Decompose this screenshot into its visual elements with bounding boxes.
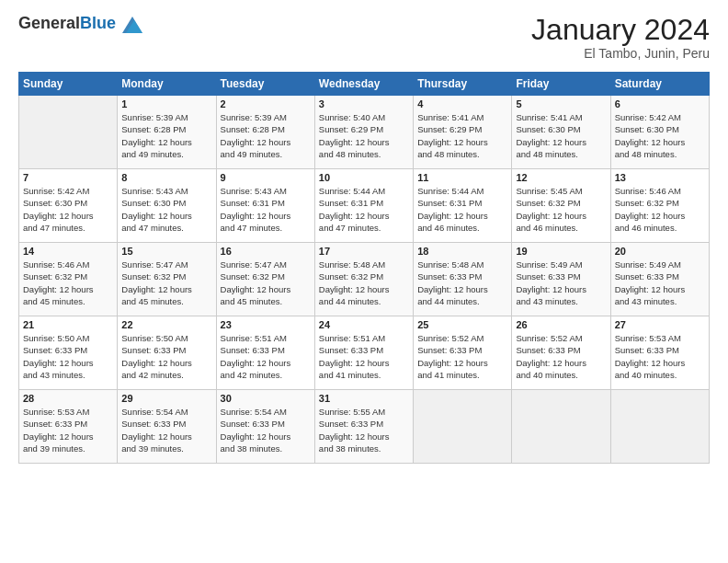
day-info: Sunrise: 5:55 AM Sunset: 6:33 PM Dayligh… [319, 406, 409, 454]
day-info: Sunrise: 5:41 AM Sunset: 6:30 PM Dayligh… [516, 111, 606, 160]
col-monday: Monday [118, 73, 216, 96]
day-info: Sunrise: 5:40 AM Sunset: 6:29 PM Dayligh… [319, 111, 409, 160]
day-cell: 13Sunrise: 5:46 AM Sunset: 6:32 PM Dayli… [610, 169, 709, 243]
day-cell: 25Sunrise: 5:52 AM Sunset: 6:33 PM Dayli… [414, 316, 512, 390]
day-number: 22 [121, 319, 211, 330]
day-cell: 31Sunrise: 5:55 AM Sunset: 6:33 PM Dayli… [314, 390, 413, 464]
day-cell [19, 96, 118, 169]
day-cell: 3Sunrise: 5:40 AM Sunset: 6:29 PM Daylig… [314, 96, 413, 169]
day-number: 17 [319, 246, 409, 257]
day-number: 24 [319, 319, 409, 330]
header-row: Sunday Monday Tuesday Wednesday Thursday… [19, 73, 710, 96]
day-info: Sunrise: 5:51 AM Sunset: 6:33 PM Dayligh… [221, 332, 311, 381]
day-number: 23 [221, 319, 311, 330]
header: GeneralBlue January 2024 El Tambo, Junin… [18, 14, 710, 61]
day-number: 28 [23, 393, 113, 404]
col-friday: Friday [512, 73, 610, 96]
day-number: 27 [615, 319, 705, 330]
day-info: Sunrise: 5:43 AM Sunset: 6:30 PM Dayligh… [121, 185, 211, 234]
day-info: Sunrise: 5:54 AM Sunset: 6:33 PM Dayligh… [121, 406, 211, 454]
day-info: Sunrise: 5:48 AM Sunset: 6:32 PM Dayligh… [319, 259, 409, 307]
logo: GeneralBlue [18, 14, 142, 33]
day-info: Sunrise: 5:42 AM Sunset: 6:30 PM Dayligh… [23, 185, 113, 234]
day-cell [414, 390, 512, 464]
day-cell: 23Sunrise: 5:51 AM Sunset: 6:33 PM Dayli… [216, 316, 314, 390]
week-row-1: 1Sunrise: 5:39 AM Sunset: 6:28 PM Daylig… [19, 96, 710, 169]
day-cell: 4Sunrise: 5:41 AM Sunset: 6:29 PM Daylig… [414, 96, 512, 169]
day-info: Sunrise: 5:48 AM Sunset: 6:33 PM Dayligh… [417, 259, 507, 307]
day-info: Sunrise: 5:47 AM Sunset: 6:32 PM Dayligh… [121, 259, 211, 307]
day-info: Sunrise: 5:41 AM Sunset: 6:29 PM Dayligh… [417, 111, 507, 160]
day-number: 31 [319, 393, 409, 404]
title-block: January 2024 El Tambo, Junin, Peru [531, 14, 710, 61]
day-info: Sunrise: 5:45 AM Sunset: 6:32 PM Dayligh… [516, 185, 606, 234]
day-number: 18 [417, 246, 507, 257]
day-number: 9 [221, 172, 311, 183]
col-wednesday: Wednesday [314, 73, 413, 96]
day-number: 6 [615, 98, 705, 109]
day-cell: 21Sunrise: 5:50 AM Sunset: 6:33 PM Dayli… [19, 316, 118, 390]
day-info: Sunrise: 5:47 AM Sunset: 6:32 PM Dayligh… [221, 259, 311, 307]
day-number: 10 [319, 172, 409, 183]
day-cell: 14Sunrise: 5:46 AM Sunset: 6:32 PM Dayli… [19, 243, 118, 316]
day-cell: 19Sunrise: 5:49 AM Sunset: 6:33 PM Dayli… [512, 243, 610, 316]
day-number: 16 [221, 246, 311, 257]
col-sunday: Sunday [19, 73, 118, 96]
week-row-5: 28Sunrise: 5:53 AM Sunset: 6:33 PM Dayli… [19, 390, 710, 464]
day-info: Sunrise: 5:46 AM Sunset: 6:32 PM Dayligh… [23, 259, 113, 307]
day-cell: 5Sunrise: 5:41 AM Sunset: 6:30 PM Daylig… [512, 96, 610, 169]
logo-general: General [18, 14, 80, 32]
day-cell: 26Sunrise: 5:52 AM Sunset: 6:33 PM Dayli… [512, 316, 610, 390]
day-info: Sunrise: 5:39 AM Sunset: 6:28 PM Dayligh… [221, 111, 311, 160]
day-cell [610, 390, 709, 464]
day-number: 15 [121, 246, 211, 257]
day-info: Sunrise: 5:51 AM Sunset: 6:33 PM Dayligh… [319, 332, 409, 381]
day-info: Sunrise: 5:50 AM Sunset: 6:33 PM Dayligh… [23, 332, 113, 381]
day-number: 13 [615, 172, 705, 183]
location: El Tambo, Junin, Peru [531, 46, 710, 61]
day-number: 20 [615, 246, 705, 257]
day-info: Sunrise: 5:46 AM Sunset: 6:32 PM Dayligh… [615, 185, 705, 234]
logo-blue: Blue [80, 14, 116, 32]
day-info: Sunrise: 5:53 AM Sunset: 6:33 PM Dayligh… [23, 406, 113, 454]
day-cell: 17Sunrise: 5:48 AM Sunset: 6:32 PM Dayli… [314, 243, 413, 316]
day-cell: 11Sunrise: 5:44 AM Sunset: 6:31 PM Dayli… [414, 169, 512, 243]
day-cell: 27Sunrise: 5:53 AM Sunset: 6:33 PM Dayli… [610, 316, 709, 390]
day-cell: 28Sunrise: 5:53 AM Sunset: 6:33 PM Dayli… [19, 390, 118, 464]
col-thursday: Thursday [414, 73, 512, 96]
day-info: Sunrise: 5:49 AM Sunset: 6:33 PM Dayligh… [516, 259, 606, 307]
col-tuesday: Tuesday [216, 73, 314, 96]
day-number: 7 [23, 172, 113, 183]
day-cell: 24Sunrise: 5:51 AM Sunset: 6:33 PM Dayli… [314, 316, 413, 390]
month-title: January 2024 [531, 14, 710, 46]
day-info: Sunrise: 5:44 AM Sunset: 6:31 PM Dayligh… [417, 185, 507, 234]
day-info: Sunrise: 5:43 AM Sunset: 6:31 PM Dayligh… [221, 185, 311, 234]
day-number: 25 [417, 319, 507, 330]
day-number: 11 [417, 172, 507, 183]
day-cell: 12Sunrise: 5:45 AM Sunset: 6:32 PM Dayli… [512, 169, 610, 243]
day-cell: 30Sunrise: 5:54 AM Sunset: 6:33 PM Dayli… [216, 390, 314, 464]
logo-icon [122, 17, 142, 33]
day-number: 30 [221, 393, 311, 404]
day-number: 4 [417, 98, 507, 109]
day-cell: 1Sunrise: 5:39 AM Sunset: 6:28 PM Daylig… [118, 96, 216, 169]
day-cell: 10Sunrise: 5:44 AM Sunset: 6:31 PM Dayli… [314, 169, 413, 243]
day-cell: 20Sunrise: 5:49 AM Sunset: 6:33 PM Dayli… [610, 243, 709, 316]
day-info: Sunrise: 5:50 AM Sunset: 6:33 PM Dayligh… [121, 332, 211, 381]
day-number: 26 [516, 319, 606, 330]
day-info: Sunrise: 5:44 AM Sunset: 6:31 PM Dayligh… [319, 185, 409, 234]
day-info: Sunrise: 5:52 AM Sunset: 6:33 PM Dayligh… [417, 332, 507, 381]
day-number: 3 [319, 98, 409, 109]
day-cell: 9Sunrise: 5:43 AM Sunset: 6:31 PM Daylig… [216, 169, 314, 243]
week-row-4: 21Sunrise: 5:50 AM Sunset: 6:33 PM Dayli… [19, 316, 710, 390]
day-cell: 18Sunrise: 5:48 AM Sunset: 6:33 PM Dayli… [414, 243, 512, 316]
day-number: 29 [121, 393, 211, 404]
day-cell: 29Sunrise: 5:54 AM Sunset: 6:33 PM Dayli… [118, 390, 216, 464]
day-cell: 7Sunrise: 5:42 AM Sunset: 6:30 PM Daylig… [19, 169, 118, 243]
day-info: Sunrise: 5:53 AM Sunset: 6:33 PM Dayligh… [615, 332, 705, 381]
day-number: 12 [516, 172, 606, 183]
day-info: Sunrise: 5:52 AM Sunset: 6:33 PM Dayligh… [516, 332, 606, 381]
day-info: Sunrise: 5:54 AM Sunset: 6:33 PM Dayligh… [221, 406, 311, 454]
day-number: 8 [121, 172, 211, 183]
day-info: Sunrise: 5:39 AM Sunset: 6:28 PM Dayligh… [121, 111, 211, 160]
